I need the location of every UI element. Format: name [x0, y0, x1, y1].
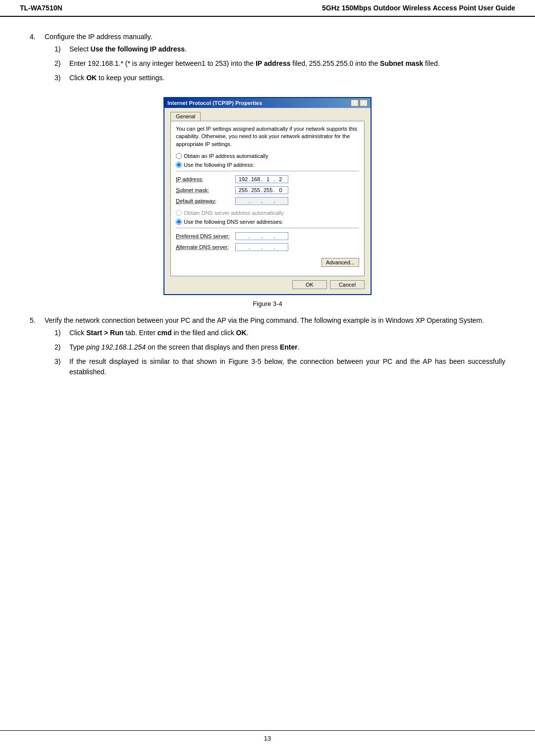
subnet-seg-1[interactable] — [238, 187, 249, 193]
radio-use-following: Use the following IP address: — [176, 162, 359, 168]
main-content: 4. Configure the IP address manually. 1)… — [0, 27, 535, 407]
gateway-seg-3[interactable] — [263, 198, 273, 204]
dns-radio-use-following: Use the following DNS server addresses: — [176, 219, 359, 225]
subnet-mask-row: Subnet mask: . . . — [176, 186, 359, 194]
separator-1 — [176, 171, 359, 171]
dialog-title: Internet Protocol (TCP/IP) Properties — [167, 100, 262, 106]
alternate-dns-label: Alternate DNS server: — [176, 244, 235, 250]
outer-text-5: Verify the network connection between yo… — [45, 315, 505, 381]
gateway-seg-1[interactable] — [238, 198, 249, 204]
ip-seg-1[interactable] — [238, 176, 249, 182]
radio-obtain-auto-input[interactable] — [176, 153, 182, 159]
gateway-field[interactable]: . . . — [235, 197, 288, 205]
adns-seg-3[interactable] — [263, 244, 273, 250]
gateway-seg-2[interactable] — [250, 198, 261, 204]
advanced-button[interactable]: Advanced... — [321, 258, 359, 267]
dialog-footer-buttons: OK Cancel — [170, 280, 365, 289]
dialog-titlebar: Internet Protocol (TCP/IP) Properties ? … — [164, 98, 371, 108]
cancel-button[interactable]: Cancel — [330, 280, 365, 289]
radio-use-following-label: Use the following IP address: — [184, 162, 254, 168]
separator-2 — [176, 228, 359, 228]
tcp-ip-dialog: Internet Protocol (TCP/IP) Properties ? … — [163, 97, 372, 295]
ok-button[interactable]: OK — [292, 280, 327, 289]
close-button[interactable]: ✕ — [360, 100, 368, 106]
outer-text-4: Configure the IP address manually. 1) Se… — [45, 32, 505, 87]
dialog-content: You can get IP settings assigned automat… — [170, 121, 365, 276]
inner-list-4: 1) Select Use the following IP address. … — [54, 44, 505, 83]
dns-section: Obtain DNS server address automatically … — [176, 210, 359, 251]
alternate-dns-row: Alternate DNS server: . . . — [176, 243, 359, 251]
page-number: 13 — [264, 735, 271, 742]
dns-radio-obtain-auto-label: Obtain DNS server address automatically — [184, 210, 284, 216]
subnet-seg-2[interactable] — [250, 187, 261, 193]
radio-use-following-input[interactable] — [176, 162, 182, 168]
figure-caption: Figure 3-4 — [30, 300, 505, 307]
help-button[interactable]: ? — [351, 100, 359, 106]
pdns-seg-3[interactable] — [263, 233, 273, 239]
pdns-seg-2[interactable] — [250, 233, 261, 239]
subnet-seg-4[interactable] — [275, 187, 286, 193]
page-header: TL-WA7510N 5GHz 150Mbps Outdoor Wireless… — [0, 0, 535, 17]
dialog-body: General You can get IP settings assigned… — [164, 108, 371, 294]
gateway-label: Default gateway: — [176, 198, 235, 204]
header-model: TL-WA7510N — [20, 4, 62, 12]
outer-num-4: 4. — [30, 32, 45, 87]
pdns-seg-1[interactable] — [238, 233, 249, 239]
subnet-seg-3[interactable] — [263, 187, 273, 193]
ip-seg-2[interactable] — [250, 176, 261, 182]
preferred-dns-label: Preferred DNS server: — [176, 233, 235, 239]
dns-radio-use-following-label: Use the following DNS server addresses: — [184, 219, 283, 225]
dialog-container: Internet Protocol (TCP/IP) Properties ? … — [30, 97, 505, 295]
ip-seg-3[interactable] — [263, 176, 273, 182]
page-footer: 13 — [0, 730, 535, 746]
dns-radio-use-following-input[interactable] — [176, 219, 182, 225]
subnet-mask-label: Subnet mask: — [176, 187, 235, 193]
section5-intro: Verify the network connection between yo… — [45, 316, 484, 324]
radio-obtain-auto: Obtain an IP address automatically — [176, 153, 359, 159]
ip-address-row: IP address: . . . — [176, 175, 359, 183]
outer-num-5: 5. — [30, 315, 45, 381]
inner-item-4-3: 3) Click OK to keep your settings. — [54, 73, 505, 83]
ip-seg-4[interactable] — [275, 176, 286, 182]
pdns-seg-4[interactable] — [275, 233, 286, 239]
preferred-dns-row: Preferred DNS server: . . . — [176, 232, 359, 240]
alternate-dns-field[interactable]: . . . — [235, 243, 288, 251]
adns-seg-4[interactable] — [275, 244, 286, 250]
tab-row: General — [170, 112, 365, 121]
preferred-dns-field[interactable]: . . . — [235, 232, 288, 240]
inner-item-5-2: 2) Type ping 192.168.1.254 on the screen… — [54, 342, 505, 353]
inner-item-4-1: 1) Select Use the following IP address. — [54, 44, 505, 54]
inner-item-5-3: 3) If the result displayed is similar to… — [54, 356, 505, 377]
adns-seg-2[interactable] — [250, 244, 261, 250]
ip-address-field[interactable]: . . . — [235, 175, 288, 183]
adns-seg-1[interactable] — [238, 244, 249, 250]
outer-item-4: 4. Configure the IP address manually. 1)… — [30, 32, 505, 87]
outer-item-5: 5. Verify the network connection between… — [30, 315, 505, 381]
gateway-row: Default gateway: . . . — [176, 197, 359, 205]
radio-obtain-auto-label: Obtain an IP address automatically — [184, 153, 268, 159]
subnet-mask-field[interactable]: . . . — [235, 186, 288, 194]
inner-list-5: 1) Click Start > Run tab. Enter cmd in t… — [54, 328, 505, 377]
inner-item-5-1: 1) Click Start > Run tab. Enter cmd in t… — [54, 328, 505, 338]
gateway-seg-4[interactable] — [275, 198, 286, 204]
dns-radio-obtain-auto: Obtain DNS server address automatically — [176, 210, 359, 216]
titlebar-buttons: ? ✕ — [351, 100, 368, 106]
tab-general[interactable]: General — [170, 112, 201, 121]
header-title: 5GHz 150Mbps Outdoor Wireless Access Poi… — [322, 4, 515, 12]
outer-list-5: 5. Verify the network connection between… — [30, 315, 505, 381]
outer-list: 4. Configure the IP address manually. 1)… — [30, 32, 505, 87]
description-text: You can get IP settings assigned automat… — [176, 125, 359, 148]
inner-item-4-2: 2) Enter 192.168.1.* (* is any integer b… — [54, 58, 505, 69]
dns-radio-obtain-auto-input[interactable] — [176, 210, 182, 216]
ip-address-label: IP address: — [176, 176, 235, 182]
advanced-area: Advanced... — [176, 258, 359, 270]
